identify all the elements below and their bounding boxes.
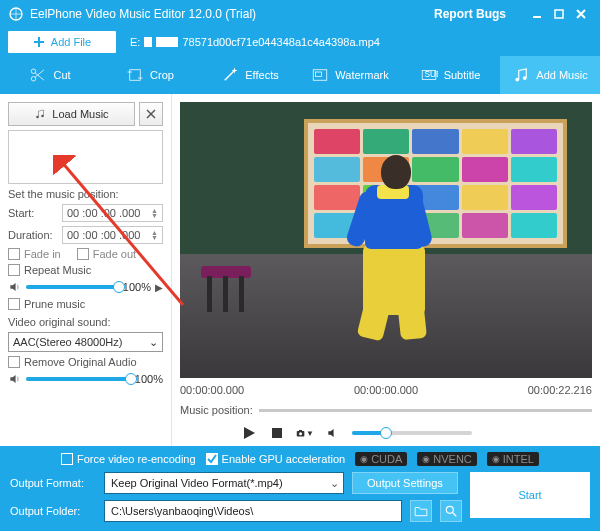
fade-out-label: Fade out	[93, 248, 136, 260]
open-folder-button[interactable]	[410, 500, 432, 522]
maximize-button[interactable]	[548, 3, 570, 25]
titlebar: EelPhone Video Music Editor 12.0.0 (Tria…	[0, 0, 600, 28]
svg-rect-11	[130, 70, 141, 81]
clear-music-button[interactable]	[139, 102, 163, 126]
repeat-music-checkbox[interactable]: Repeat Music	[8, 264, 163, 276]
svg-point-19	[516, 78, 520, 82]
remove-audio-checkbox[interactable]: Remove Original Audio	[8, 356, 163, 368]
fade-out-checkbox[interactable]: Fade out	[77, 248, 136, 260]
music-volume-value: 100%	[123, 281, 151, 293]
prune-music-checkbox[interactable]: Prune music	[8, 298, 163, 310]
close-button[interactable]	[570, 3, 592, 25]
svg-rect-26	[272, 428, 282, 438]
app-logo-icon	[8, 6, 24, 22]
play-button[interactable]	[240, 424, 258, 442]
stop-button[interactable]	[268, 424, 286, 442]
cuda-badge: ◉ CUDA	[355, 452, 407, 466]
right-panel: 00:00:00.000 00:00:00.000 00:00:22.216 M…	[172, 94, 600, 446]
start-label: Start	[518, 489, 541, 501]
chevron-down-icon: ⌄	[330, 477, 339, 490]
music-list[interactable]	[8, 130, 163, 184]
timeline[interactable]: 00:00:00.000 00:00:00.000 00:00:22.216	[180, 384, 592, 396]
svg-point-22	[42, 115, 45, 118]
tab-watermark[interactable]: Watermark	[300, 56, 400, 94]
plus-icon	[33, 36, 45, 48]
scissors-icon	[29, 66, 47, 84]
output-format-label: Output Format:	[10, 477, 96, 489]
subtitle-icon: SUB	[420, 66, 438, 84]
fade-in-label: Fade in	[24, 248, 61, 260]
load-music-button[interactable]: Load Music	[8, 102, 135, 126]
start-button[interactable]: Start	[470, 472, 590, 518]
checkbox-icon	[61, 453, 73, 465]
tab-bar: Cut Crop Effects Watermark SUB Subtitle …	[0, 56, 600, 94]
start-label: Start:	[8, 207, 56, 219]
content-area: Load Music Set the music position: Start…	[0, 94, 600, 446]
file-info: E: 78571d00cf71e044348a1c4a4398a.mp4	[130, 36, 380, 48]
tab-crop-label: Crop	[150, 69, 174, 81]
remove-audio-label: Remove Original Audio	[24, 356, 137, 368]
mute-button[interactable]	[324, 424, 342, 442]
duration-time-input[interactable]: 00 :00 :00 .000▲▼	[62, 226, 163, 244]
output-format-value: Keep Original Video Format(*.mp4)	[111, 477, 283, 489]
tab-add-music-label: Add Music	[536, 69, 587, 81]
timeline-current: 00:00:00.000	[354, 384, 418, 396]
search-icon	[444, 504, 458, 518]
play-icon[interactable]: ▶	[155, 282, 163, 293]
checkbox-icon	[8, 264, 20, 276]
encoding-options: Force video re-encoding Enable GPU accel…	[10, 452, 590, 466]
video-preview[interactable]	[180, 102, 592, 378]
folder-icon	[414, 505, 428, 517]
tab-subtitle[interactable]: SUB Subtitle	[400, 56, 500, 94]
svg-point-30	[446, 506, 453, 513]
output-settings-button[interactable]: Output Settings	[352, 472, 458, 494]
snapshot-button[interactable]: ▼	[296, 424, 314, 442]
file-redact-1	[144, 37, 152, 47]
minimize-button[interactable]	[526, 3, 548, 25]
orig-sound-select[interactable]: AAC(Stereo 48000Hz)⌄	[8, 332, 163, 352]
tab-cut-label: Cut	[53, 69, 70, 81]
report-bugs-link[interactable]: Report Bugs	[434, 7, 506, 21]
music-position-track[interactable]	[259, 409, 592, 412]
output-format-select[interactable]: Keep Original Video Format(*.mp4)⌄	[104, 472, 344, 494]
file-redact-2	[156, 37, 178, 47]
music-note-icon	[512, 66, 530, 84]
chevron-down-icon: ⌄	[149, 336, 158, 349]
spinner-icon[interactable]: ▲▼	[151, 230, 158, 240]
speaker-icon	[8, 280, 22, 294]
browse-folder-button[interactable]	[440, 500, 462, 522]
speaker-icon	[8, 372, 22, 386]
spinner-icon[interactable]: ▲▼	[151, 208, 158, 218]
checkbox-icon	[8, 356, 20, 368]
tab-effects-label: Effects	[245, 69, 278, 81]
output-settings-label: Output Settings	[367, 477, 443, 489]
start-time-input[interactable]: 00 :00 :00 .000▲▼	[62, 204, 163, 222]
start-time-value: 00 :00 :00 .000	[67, 207, 140, 219]
tab-watermark-label: Watermark	[335, 69, 388, 81]
orig-volume-slider[interactable]	[26, 377, 131, 381]
tab-crop[interactable]: Crop	[100, 56, 200, 94]
svg-text:SUB: SUB	[424, 70, 438, 79]
timeline-start: 00:00:00.000	[180, 384, 244, 396]
force-reencode-checkbox[interactable]: Force video re-encoding	[61, 453, 196, 465]
tab-effects[interactable]: Effects	[200, 56, 300, 94]
tab-add-music[interactable]: Add Music	[500, 56, 600, 94]
orig-volume-value: 100%	[135, 373, 163, 385]
file-name: 78571d00cf71e044348a1c4a4398a.mp4	[182, 36, 380, 48]
music-icon	[34, 108, 46, 120]
nvenc-badge: ◉ NVENC	[417, 452, 477, 466]
file-bar: Add File E: 78571d00cf71e044348a1c4a4398…	[0, 28, 600, 56]
duration-time-value: 00 :00 :00 .000	[67, 229, 140, 241]
add-file-button[interactable]: Add File	[8, 31, 116, 53]
wand-icon	[221, 66, 239, 84]
output-folder-input[interactable]: C:\Users\yanbaoqing\Videos\	[104, 500, 402, 522]
svg-point-20	[523, 76, 527, 80]
music-volume-slider[interactable]	[26, 285, 119, 289]
gpu-accel-label: Enable GPU acceleration	[222, 453, 346, 465]
preview-volume-slider[interactable]	[352, 431, 472, 435]
tab-cut[interactable]: Cut	[0, 56, 100, 94]
gpu-accel-checkbox[interactable]: Enable GPU acceleration	[206, 453, 346, 465]
svg-point-21	[37, 116, 40, 119]
fade-in-checkbox[interactable]: Fade in	[8, 248, 61, 260]
svg-rect-16	[316, 72, 322, 77]
